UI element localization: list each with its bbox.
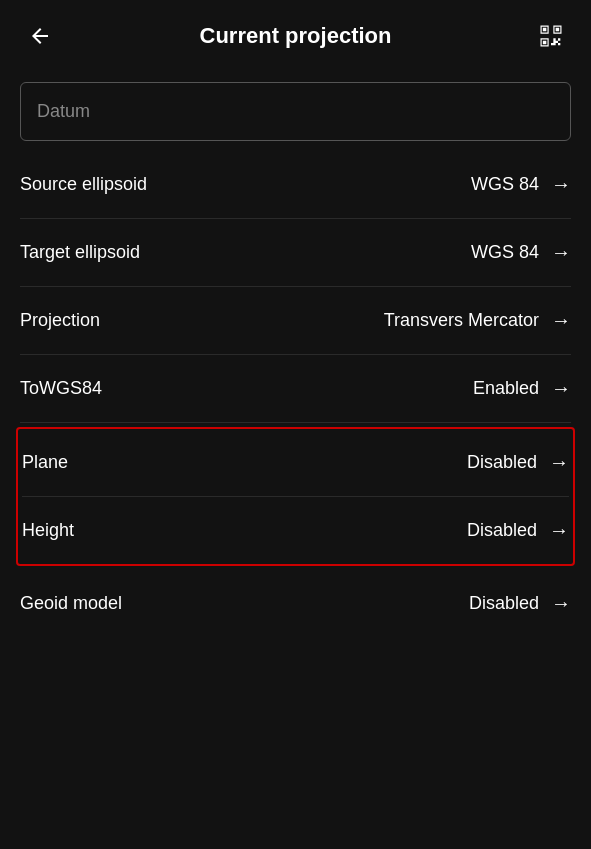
target-ellipsoid-value: WGS 84 <box>471 242 539 263</box>
highlighted-section: Plane Disabled → Height Disabled → <box>16 427 575 566</box>
datum-input[interactable]: Datum <box>20 82 571 141</box>
target-ellipsoid-label: Target ellipsoid <box>20 242 140 263</box>
plane-arrow-icon: → <box>549 451 569 474</box>
settings-item-projection[interactable]: Projection Transvers Mercator → <box>20 287 571 355</box>
target-ellipsoid-arrow-icon: → <box>551 241 571 264</box>
source-ellipsoid-value: WGS 84 <box>471 174 539 195</box>
plane-right: Disabled → <box>467 451 569 474</box>
qr-button[interactable] <box>531 16 571 56</box>
target-ellipsoid-right: WGS 84 → <box>471 241 571 264</box>
geoid-model-value: Disabled <box>469 593 539 614</box>
plane-label: Plane <box>22 452 68 473</box>
height-right: Disabled → <box>467 519 569 542</box>
geoid-model-arrow-icon: → <box>551 592 571 615</box>
main-content: Datum Source ellipsoid WGS 84 → Target e… <box>0 72 591 647</box>
height-arrow-icon: → <box>549 519 569 542</box>
towgs84-label: ToWGS84 <box>20 378 102 399</box>
settings-item-source-ellipsoid[interactable]: Source ellipsoid WGS 84 → <box>20 151 571 219</box>
datum-placeholder: Datum <box>37 101 90 121</box>
towgs84-right: Enabled → <box>473 377 571 400</box>
settings-item-target-ellipsoid[interactable]: Target ellipsoid WGS 84 → <box>20 219 571 287</box>
height-label: Height <box>22 520 74 541</box>
geoid-model-label: Geoid model <box>20 593 122 614</box>
settings-item-geoid-model[interactable]: Geoid model Disabled → <box>20 570 571 637</box>
towgs84-arrow-icon: → <box>551 377 571 400</box>
page-title: Current projection <box>200 23 392 49</box>
app-header: Current projection <box>0 0 591 72</box>
projection-label: Projection <box>20 310 100 331</box>
projection-arrow-icon: → <box>551 309 571 332</box>
settings-item-plane[interactable]: Plane Disabled → <box>22 429 569 497</box>
plane-value: Disabled <box>467 452 537 473</box>
settings-item-height[interactable]: Height Disabled → <box>22 497 569 564</box>
settings-item-towgs84[interactable]: ToWGS84 Enabled → <box>20 355 571 423</box>
projection-right: Transvers Mercator → <box>384 309 571 332</box>
source-ellipsoid-arrow-icon: → <box>551 173 571 196</box>
towgs84-value: Enabled <box>473 378 539 399</box>
source-ellipsoid-right: WGS 84 → <box>471 173 571 196</box>
projection-value: Transvers Mercator <box>384 310 539 331</box>
source-ellipsoid-label: Source ellipsoid <box>20 174 147 195</box>
back-button[interactable] <box>20 16 60 56</box>
settings-list: Source ellipsoid WGS 84 → Target ellipso… <box>20 151 571 637</box>
height-value: Disabled <box>467 520 537 541</box>
geoid-model-right: Disabled → <box>469 592 571 615</box>
